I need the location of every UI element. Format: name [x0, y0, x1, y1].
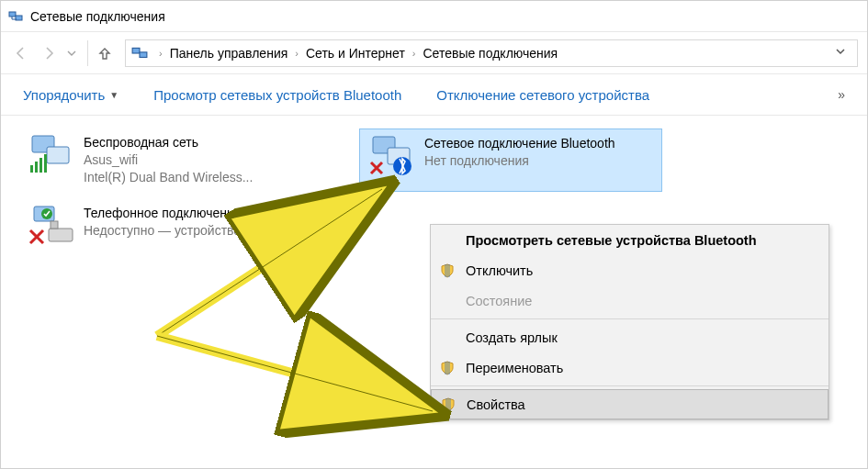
svg-line-19	[157, 336, 433, 411]
breadcrumb-item[interactable]: Сеть и Интернет	[304, 46, 407, 61]
toolbar-label: Упорядочить	[23, 87, 105, 103]
chevron-right-icon[interactable]: ›	[407, 48, 422, 59]
svg-line-20	[157, 336, 433, 411]
menu-label: Просмотреть сетевые устройства Bluetooth	[466, 233, 757, 248]
menu-label: Отключить	[466, 263, 533, 278]
shield-icon	[440, 263, 455, 278]
navbar: › Панель управления › Сеть и Интернет › …	[1, 32, 867, 74]
svg-rect-0	[9, 12, 16, 17]
context-menu: Просмотреть сетевые устройства Bluetooth…	[430, 224, 829, 420]
connection-item[interactable]: Беспроводная сеть Asus_wifi Intel(R) Dua…	[19, 128, 359, 192]
svg-rect-15	[49, 229, 73, 241]
toolbar: Упорядочить ▼ Просмотр сетевых устройств…	[1, 74, 867, 116]
dialup-connection-icon	[27, 205, 74, 247]
svg-rect-16	[51, 221, 58, 229]
chevron-right-icon[interactable]: ›	[289, 48, 304, 59]
menu-item-disable[interactable]: Отключить	[431, 255, 829, 285]
connection-status: Asus_wifi	[84, 151, 253, 169]
menu-item-status: Состояние	[431, 285, 829, 316]
svg-rect-9	[44, 154, 47, 173]
svg-rect-6	[30, 165, 33, 173]
titlebar: Сетевые подключения	[1, 1, 867, 32]
menu-item-shortcut[interactable]: Создать ярлык	[431, 322, 829, 352]
menu-item-view-bt[interactable]: Просмотреть сетевые устройства Bluetooth	[431, 225, 829, 255]
connection-status: Нет подключения	[424, 152, 615, 170]
network-connections-icon	[131, 45, 148, 61]
bluetooth-connection-icon	[367, 135, 415, 177]
menu-label: Переименовать	[466, 361, 563, 375]
window-title: Сетевые подключения	[30, 9, 165, 24]
back-button[interactable]	[10, 42, 32, 64]
view-bluetooth-button[interactable]: Просмотр сетевых устройств Bluetooth	[144, 82, 411, 108]
network-connections-icon	[8, 9, 23, 24]
chevron-right-icon[interactable]: ›	[153, 48, 168, 59]
overflow-button[interactable]: »	[829, 82, 854, 107]
shield-icon	[441, 397, 456, 412]
shield-icon	[440, 361, 455, 375]
connection-item-selected[interactable]: Сетевое подключение Bluetooth Нет подклю…	[359, 128, 662, 192]
connection-item[interactable]: Телефонное подключение к Интернету Недос…	[19, 199, 359, 252]
menu-label: Состояние	[466, 294, 532, 308]
toolbar-label: Просмотр сетевых устройств Bluetooth	[153, 87, 401, 103]
connection-name: Беспроводная сеть	[84, 134, 253, 151]
menu-separator	[431, 318, 829, 319]
svg-rect-7	[35, 162, 38, 173]
connection-status: Недоступно — устройство ...	[84, 222, 317, 240]
svg-rect-8	[39, 158, 42, 173]
organize-button[interactable]: Упорядочить ▼	[14, 82, 128, 108]
caret-down-icon: ▼	[109, 90, 118, 100]
up-button[interactable]	[92, 40, 118, 66]
menu-label: Свойства	[467, 397, 525, 412]
svg-rect-5	[47, 147, 69, 163]
svg-rect-1	[16, 16, 22, 20]
menu-item-rename[interactable]: Переименовать	[431, 352, 829, 383]
disable-device-button[interactable]: Отключение сетевого устройства	[427, 82, 659, 108]
forward-button[interactable]	[38, 42, 60, 64]
svg-rect-2	[132, 48, 140, 53]
chevron-down-icon[interactable]	[829, 46, 851, 60]
address-bar[interactable]: › Панель управления › Сеть и Интернет › …	[125, 39, 858, 67]
breadcrumb-item[interactable]: Панель управления	[168, 46, 290, 61]
wifi-connection-icon	[27, 134, 74, 176]
history-dropdown[interactable]	[65, 42, 78, 64]
menu-separator	[431, 385, 829, 386]
breadcrumb-item[interactable]: Сетевые подключения	[421, 46, 559, 61]
menu-item-properties[interactable]: Свойства	[431, 389, 829, 419]
connection-name: Сетевое подключение Bluetooth	[424, 135, 615, 152]
svg-rect-3	[140, 51, 147, 57]
menu-label: Создать ярлык	[466, 330, 558, 345]
connection-device: Intel(R) Dual Band Wireless...	[84, 169, 253, 186]
toolbar-label: Отключение сетевого устройства	[436, 87, 649, 103]
connection-name: Телефонное подключение к Интернету	[84, 205, 317, 222]
nav-separator	[87, 40, 88, 66]
